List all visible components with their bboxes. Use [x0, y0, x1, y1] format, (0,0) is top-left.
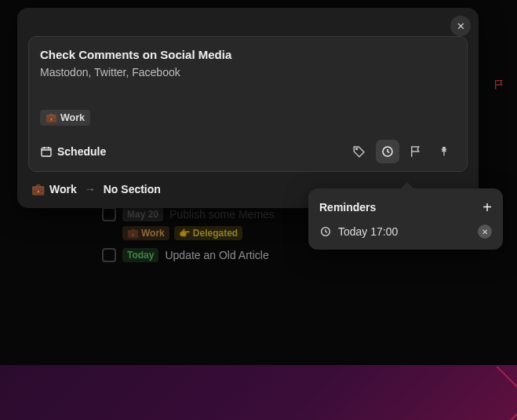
clock-icon — [380, 144, 395, 159]
svg-point-1 — [356, 148, 358, 150]
svg-rect-0 — [42, 148, 51, 156]
briefcase-icon: 💼 — [46, 112, 57, 123]
project-chip-work[interactable]: 💼 Work — [40, 110, 90, 126]
reminder-label: Today 17:00 — [338, 225, 398, 238]
task-title-input[interactable]: Check Comments on Social Media — [40, 48, 456, 61]
schedule-label: Schedule — [57, 145, 106, 158]
close-button[interactable]: ✕ — [450, 16, 471, 36]
task-detail-modal: ✕ Check Comments on Social Media Mastodo… — [17, 8, 479, 208]
flag-icon — [409, 144, 423, 159]
tag-button[interactable] — [348, 140, 371, 163]
reminder-item[interactable]: Today 17:00 ✕ — [319, 225, 492, 239]
chip-label: Work — [60, 112, 85, 123]
reminders-popover: Reminders + Today 17:00 ✕ — [308, 188, 503, 250]
breadcrumb-project[interactable]: 💼 Work — [31, 183, 77, 195]
desktop-background-band — [0, 365, 517, 420]
calendar-icon — [40, 145, 53, 158]
task-edit-card: Check Comments on Social Media Mastodon,… — [28, 36, 468, 172]
arrow-right-icon: → — [85, 183, 96, 195]
task-description-input[interactable]: Mastodon, Twitter, Facebook — [40, 66, 456, 79]
briefcase-icon: 💼 — [31, 183, 45, 195]
schedule-button[interactable]: Schedule — [40, 145, 106, 158]
close-icon: ✕ — [482, 228, 488, 236]
clock-icon — [319, 225, 332, 238]
breadcrumb-section[interactable]: No Section — [104, 183, 161, 195]
pin-button[interactable] — [432, 140, 456, 163]
add-reminder-button[interactable]: + — [482, 199, 492, 215]
priority-button[interactable] — [404, 140, 428, 163]
breadcrumb-project-label: Work — [49, 183, 77, 195]
task-toolbar: Schedule — [40, 140, 456, 163]
svg-rect-3 — [443, 152, 444, 155]
pin-icon — [438, 145, 450, 158]
reminders-title: Reminders — [319, 201, 376, 214]
tag-icon — [352, 144, 366, 159]
reminder-button[interactable] — [376, 140, 399, 163]
remove-reminder-button[interactable]: ✕ — [478, 225, 492, 239]
close-icon: ✕ — [457, 20, 465, 32]
